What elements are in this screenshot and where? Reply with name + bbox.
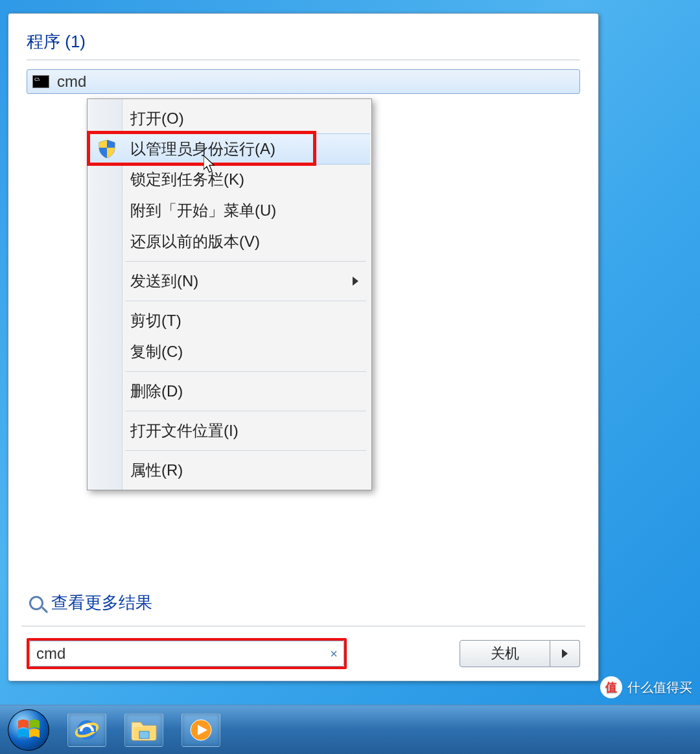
see-more-results-label: 查看更多结果 [51, 591, 152, 614]
context-menu-item-label: 属性(R) [130, 460, 183, 481]
watermark-text: 什么值得买 [627, 679, 692, 696]
internet-explorer-icon [74, 717, 100, 743]
search-result-cmd[interactable]: cmd [27, 69, 580, 94]
start-menu-search-input[interactable] [29, 641, 344, 667]
context-menu-item[interactable]: 剪切(T) [89, 305, 370, 336]
desktop: 程序 (1) cmd 查看更多结果 × 关机 打开 [0, 0, 700, 754]
clear-search-icon[interactable]: × [330, 646, 338, 661]
cmd-icon [32, 75, 49, 88]
context-menu-item[interactable]: 还原以前的版本(V) [89, 226, 370, 257]
uac-shield-icon [98, 140, 116, 158]
panel-divider [21, 626, 585, 626]
context-menu-item-label: 剪切(T) [130, 310, 181, 331]
programs-section-header: 程序 (1) [27, 27, 580, 58]
chevron-right-icon [562, 649, 568, 658]
context-menu-item-label: 发送到(N) [130, 271, 198, 291]
shutdown-button-group: 关机 [460, 640, 580, 667]
search-result-label: cmd [57, 73, 86, 91]
watermark: 值 什么值得买 [600, 676, 692, 698]
context-menu-item[interactable]: 删除(D) [89, 376, 370, 407]
bottom-row: × 关机 [27, 638, 580, 669]
start-button[interactable] [8, 709, 49, 751]
shutdown-button[interactable]: 关机 [460, 640, 550, 667]
shutdown-options-arrow[interactable] [550, 640, 580, 667]
svg-rect-6 [139, 731, 149, 738]
context-menu-item-label: 删除(D) [130, 381, 183, 402]
taskbar-icon-file-explorer[interactable] [124, 713, 163, 747]
context-menu-item-label: 附到「开始」菜单(U) [130, 200, 276, 221]
context-menu-item[interactable]: 属性(R) [89, 455, 370, 486]
folder-icon [130, 718, 158, 742]
search-box-highlighted: × [27, 638, 347, 669]
submenu-arrow-icon [353, 277, 358, 286]
search-icon [29, 596, 43, 610]
context-menu-separator [125, 450, 366, 451]
context-menu-item-label: 锁定到任务栏(K) [130, 169, 244, 190]
context-menu-item-label: 打开文件位置(I) [130, 420, 239, 441]
context-menu-separator [125, 261, 366, 262]
context-menu-item[interactable]: 打开文件位置(I) [89, 415, 370, 446]
taskbar-icon-media-player[interactable] [181, 713, 220, 747]
context-menu-separator [125, 371, 366, 372]
context-menu-item-label: 以管理员身份运行(A) [130, 139, 275, 159]
context-menu-item-label: 打开(O) [130, 108, 184, 129]
see-more-results-link[interactable]: 查看更多结果 [29, 591, 580, 614]
context-menu-item-label: 复制(C) [130, 341, 183, 362]
context-menu-item[interactable]: 复制(C) [89, 336, 370, 367]
media-player-icon [188, 717, 214, 743]
context-menu-item-label: 还原以前的版本(V) [130, 231, 260, 252]
context-menu-item[interactable]: 打开(O) [89, 103, 370, 134]
section-divider [27, 60, 580, 60]
context-menu-item[interactable]: 附到「开始」菜单(U) [89, 195, 370, 226]
context-menu: 打开(O)以管理员身份运行(A)锁定到任务栏(K)附到「开始」菜单(U)还原以前… [87, 98, 372, 490]
watermark-badge: 值 [600, 676, 622, 698]
context-menu-separator [125, 301, 366, 301]
context-menu-item[interactable]: 以管理员身份运行(A) [89, 133, 370, 165]
context-menu-item[interactable]: 发送到(N) [89, 266, 370, 297]
taskbar-icon-internet-explorer[interactable] [67, 713, 106, 747]
context-menu-item[interactable]: 锁定到任务栏(K) [89, 164, 370, 195]
taskbar [0, 705, 700, 754]
context-menu-separator [125, 411, 366, 411]
